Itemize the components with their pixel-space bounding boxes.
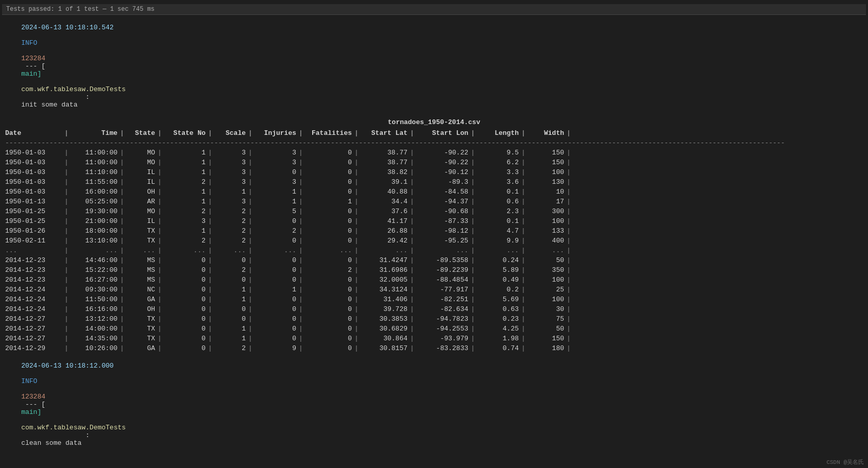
table-row: 2014-12-24|11:50:00|GA|0|1|0|0|31.406|-8…: [5, 294, 863, 304]
cell-separator: |: [206, 178, 215, 186]
table-cell: 0: [305, 256, 352, 264]
table-cell: 39.1: [361, 178, 407, 186]
header-length: Length: [478, 129, 519, 137]
cell-separator: |: [155, 296, 164, 303]
table-cell: -89.3: [417, 178, 468, 186]
table-cell: -89.5358: [417, 256, 468, 264]
sep5: |: [246, 129, 255, 137]
sep4: |: [206, 129, 215, 137]
table-row: 1950-01-03|11:10:00|IL|1|3|0|0|38.82|-90…: [5, 167, 863, 177]
init-timestamp: 2024-06-13 10:18:10.542: [21, 24, 113, 31]
table-cell: AR: [127, 198, 155, 205]
table-cell: ...: [127, 247, 155, 254]
cell-separator: |: [564, 305, 573, 313]
table-cell: -95.25: [417, 237, 468, 245]
table-cell: 5.69: [478, 296, 519, 303]
cell-separator: |: [468, 198, 478, 205]
table-cell: -94.7823: [417, 315, 468, 323]
cell-separator: |: [206, 256, 215, 264]
table-cell: ...: [361, 247, 407, 254]
table-cell: 11:00:00: [71, 149, 117, 157]
cell-separator: |: [407, 296, 417, 303]
table-cell: -83.2833: [417, 344, 468, 352]
cell-separator: |: [407, 217, 417, 225]
table-cell: 130: [528, 178, 564, 186]
table-cell: 31.406: [361, 296, 407, 303]
table-cell: 0: [305, 344, 352, 352]
sep9: |: [468, 129, 478, 137]
table-cell: -82.634: [417, 305, 468, 313]
cell-separator: |: [296, 256, 305, 264]
table-cell: 3.6: [478, 178, 519, 186]
cell-separator: |: [519, 276, 528, 284]
cell-separator: |: [296, 305, 305, 313]
cell-separator: |: [564, 256, 573, 264]
table-cell: 100: [528, 217, 564, 225]
cell-separator: |: [352, 188, 361, 196]
cell-separator: |: [468, 315, 478, 323]
table-cell: 2014-12-23: [5, 266, 62, 274]
table-cell: 1950-01-13: [5, 198, 62, 205]
header-startlat: Start Lat: [361, 129, 407, 137]
table-cell: 9.5: [478, 149, 519, 157]
cell-separator: |: [206, 237, 215, 245]
cell-separator: |: [155, 276, 164, 284]
table-cell: -88.4854: [417, 276, 468, 284]
table-cell: 0: [164, 266, 206, 274]
cell-separator: |: [155, 256, 164, 264]
table-cell: MO: [127, 207, 155, 215]
cell-separator: |: [564, 344, 573, 352]
table-cell: 0: [255, 217, 296, 225]
cell-separator: |: [352, 247, 361, 254]
log-clean: 2024-06-13 10:18:12.000 INFO 123284 --- …: [2, 353, 866, 456]
cell-separator: |: [246, 188, 255, 196]
table-cell: 180: [528, 344, 564, 352]
table-cell: 2014-12-27: [5, 315, 62, 323]
cell-separator: |: [352, 276, 361, 284]
cell-separator: |: [246, 296, 255, 303]
table-cell: 0: [255, 266, 296, 274]
cell-separator: |: [519, 168, 528, 176]
table-cell: 6.2: [478, 159, 519, 166]
table-cell: 34.4: [361, 198, 407, 205]
table-cell: 0: [305, 178, 352, 186]
table-cell: 100: [528, 296, 564, 303]
init-thread: main]: [21, 70, 41, 78]
table-row: 1950-01-03|11:00:00|MO|1|3|3|0|38.77|-90…: [5, 148, 863, 158]
cell-separator: |: [296, 159, 305, 166]
table-cell: 17: [528, 198, 564, 205]
cell-separator: |: [62, 188, 71, 196]
cell-separator: |: [407, 256, 417, 264]
table-cell: ...: [164, 247, 206, 254]
cell-separator: |: [407, 227, 417, 235]
table-row: 2014-12-27|13:12:00|TX|0|0|0|0|30.3853|-…: [5, 314, 863, 324]
table-cell: 30.8157: [361, 344, 407, 352]
cell-separator: |: [468, 266, 478, 274]
cell-separator: |: [407, 286, 417, 293]
table-cell: 0: [305, 335, 352, 342]
table-cell: 400: [528, 237, 564, 245]
cell-separator: |: [352, 168, 361, 176]
header-scale: Scale: [215, 129, 246, 137]
cell-separator: |: [117, 188, 127, 196]
cell-separator: |: [117, 276, 127, 284]
table-row: 1950-01-13|05:25:00|AR|1|3|1|1|34.4|-94.…: [5, 197, 863, 206]
table-cell: 32.0005: [361, 276, 407, 284]
header-width: Width: [528, 129, 564, 137]
table-cell: -84.58: [417, 188, 468, 196]
cell-separator: |: [352, 178, 361, 186]
table-cell: 1950-01-25: [5, 217, 62, 225]
table-cell: 350: [528, 266, 564, 274]
table-row: 1950-01-25|19:30:00|MO|2|2|5|0|37.6|-90.…: [5, 206, 863, 216]
top-bar: Tests passed: 1 of 1 test — 1 sec 745 ms: [2, 4, 866, 15]
cell-separator: |: [407, 247, 417, 254]
cell-separator: |: [296, 276, 305, 284]
cell-separator: |: [206, 227, 215, 235]
cell-separator: |: [468, 237, 478, 245]
table-cell: 300: [528, 207, 564, 215]
cell-separator: |: [407, 178, 417, 186]
table-cell: 0: [255, 237, 296, 245]
cell-separator: |: [352, 207, 361, 215]
table-cell: 38.77: [361, 159, 407, 166]
cell-separator: |: [155, 344, 164, 352]
